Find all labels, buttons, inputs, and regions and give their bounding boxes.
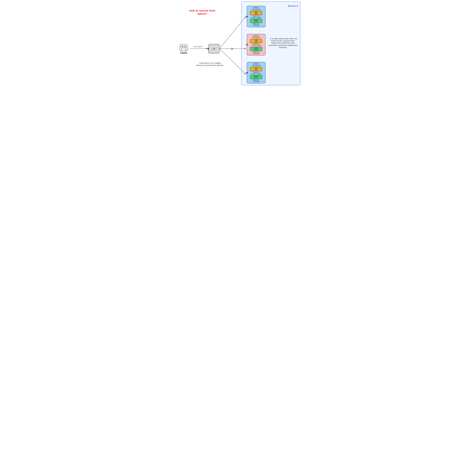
proxy-listen-label: listens on 0.0.0.0:80 [248,51,264,54]
svg-point-9 [182,47,186,51]
web-bind-addr: 127.0.0.1:3000 [248,17,264,18]
svg-point-6 [185,44,187,46]
listens-on-text: listens on [248,15,264,17]
proxy-label-2: proxy [250,21,262,22]
web-listen-label: listens on 127.0.0.1:3000 [248,43,264,46]
server-title: server 1 [248,7,264,8]
proxy-bind-addr: 0.0.0.0:80 [248,53,264,54]
proxy-label-1: reverse [250,75,262,77]
server-port-icon [246,16,248,17]
web-listen-label: listens on 127.0.0.1:3000 [248,71,264,74]
proxy-label-2: proxy [250,49,262,50]
lb-label: LB [213,48,215,50]
svg-point-4 [180,44,182,46]
clients-block: Clients [178,43,190,54]
server-2-card: server 2 172.30.0.20 web app listens on … [247,34,265,55]
web-app-box: web app [250,39,262,43]
web-app-box: web app [250,67,262,71]
http-get-label: HTTP GET / [194,46,204,48]
proxy-listen-label: listens on 0.0.0.0:80 [248,79,264,82]
server-1-card: server 1 172.30.0.10 web app listens on … [247,6,265,27]
server-3-card: server 3 172.30.0.30 web app listens on … [247,62,265,83]
web-label-2: app [250,69,262,71]
web-label-2: app [250,13,262,14]
web-bind-addr: 127.0.0.1:3000 [248,45,264,46]
listens-on-text: listens on [248,23,264,25]
web-app-box: web app [250,11,262,15]
proxy-label-1: reverse [250,47,262,49]
proxy-label-2: proxy [250,77,262,78]
web-label-2: app [250,41,262,43]
load-balancer-box: LB [208,44,220,54]
lb-retry-note: Load balancer can mitigate failures by r… [196,62,224,66]
service-a-container: Service A server 1 172.30.0.10 web app l… [241,1,300,85]
web-listen-label: listens on 127.0.0.1:3000 [248,15,264,18]
clients-icon [178,43,189,51]
server-port-icon [246,44,248,45]
web-label-1: web [250,39,262,41]
listens-on-text: listens on [248,43,264,45]
reverse-proxy-box: reverse proxy [250,75,262,79]
server-title: server 3 [248,63,264,65]
service-a-label: Service A [288,5,298,7]
server-title: server 2 [248,35,264,37]
listens-on-text: listens on [248,71,264,73]
proxy-label-1: reverse [250,19,262,21]
automation-note: ...if an app instance goes down, the ove… [268,37,298,49]
server-port-icon [246,72,248,73]
web-label-1: web [250,67,262,69]
reverse-proxy-box: reverse proxy [250,19,262,23]
proxy-bind-addr: 0.0.0.0:80 [248,81,264,82]
proxy-listen-label: listens on 0.0.0.0:80 [248,23,264,26]
failure-x-icon: ✕ [231,47,233,51]
listens-on-text: listens on [248,79,264,81]
listens-on-text: listens on [248,51,264,53]
proxy-bind-addr: 0.0.0.0:80 [248,25,264,26]
web-bind-addr: 127.0.0.1:3000 [248,73,264,74]
svg-point-8 [182,44,185,47]
clients-label: Clients [178,52,190,54]
server-ip: 172.30.0.20 [248,37,264,39]
title-question: How to recover from failure? [189,9,216,15]
server-ip: 172.30.0.30 [248,65,264,67]
lb-port-icon [208,48,209,50]
web-label-1: web [250,11,262,13]
reverse-proxy-box: reverse proxy [250,47,262,51]
server-ip: 172.30.0.10 [248,9,264,10]
